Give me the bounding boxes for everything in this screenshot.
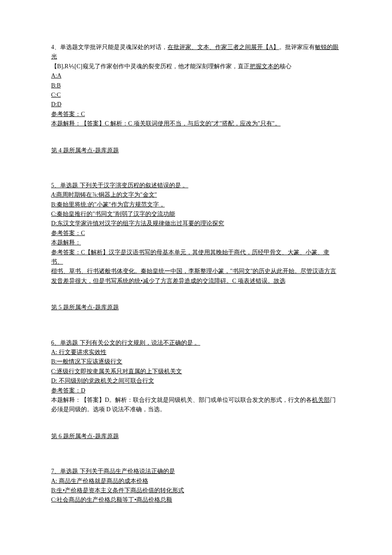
q6-option-d: D: 不同级别的党政机关之间可联合行文	[51, 376, 341, 386]
q5-topic: 第 5 题所属考点-题库原题	[51, 303, 341, 312]
q4-line1-plain-a: 4、单选题文学批评只能是灵魂深处的对话，	[51, 44, 167, 50]
q4-option-b: B:B	[51, 81, 341, 90]
q5-option-c: C:秦始皇推行的"书同文"削弱了汉字的交流功能	[51, 209, 341, 219]
q5-answer: 参考答案：C	[51, 229, 341, 238]
q4-text: 4、单选题文学批评只能是灵魂深处的对话，在批评家、文本、作家三者之间展开【A】。…	[51, 43, 341, 62]
q5-exp-1: 参考答案：C【解析】汉字是汉语书写的母基本单元，其使用其晚始于商代，历经甲骨文、…	[51, 248, 341, 267]
q6-text: 下列有关公文的行文规则，说法不正确的是	[80, 340, 193, 346]
q4-line2-plain-a: 【B],R⅕[C]窥见了作家创作中灵魂的裂变历程，他才能深刻理解作家，直正	[51, 63, 250, 70]
q6-suffix: 。	[193, 340, 201, 346]
q5-prefix: 5、单选题	[51, 182, 78, 189]
q5-text: 下列关于汉字演变历程的叙述错误的是	[80, 182, 181, 189]
q5-exp-label: 本题解释：	[51, 238, 341, 247]
q7-option-c: C:社会商品的生产价格总额等丁•商品价格总额	[51, 495, 341, 505]
q7-option-b: B:生•产价格是资本主义条件下商品价值的转化形式	[51, 486, 341, 495]
q4-option-a: A:A	[51, 71, 341, 81]
q4-line2-plain-b: 核心	[280, 63, 291, 70]
q5-exp-3: 发音差异很大，但是书写系统的统•减少了方言差异造成的交流障碍。C 项表述错误。故…	[51, 276, 341, 286]
q4-text-line2: 【B],R⅕[C]窥见了作家创作中灵魂的裂变历程，他才能深刻理解作家，直正把握文…	[51, 62, 341, 71]
q4-line2-under-a: 把握文本的	[250, 63, 280, 70]
q7-text: 下列关于商品生产价格说法正确的是	[80, 468, 175, 474]
q5-option-d: D:东汉文学家许慎对汉字的组字方法及规律做出过耳要的理论探究	[51, 219, 341, 228]
q5-option-a-line: A:商周时期铸在⅞:铜器上的文字为"金文"	[51, 190, 341, 200]
question-6: 6、单选题 下列有关公文的行文规则，说法不正确的是 。 A: 行文要讲求实效性 …	[51, 338, 341, 442]
q6-answer: 参考答案：D	[51, 386, 341, 395]
q6-prompt: 6、单选题 下列有关公文的行文规则，说法不正确的是 。	[51, 338, 341, 348]
q6-topic: 第 6 题所属考点-题库原题	[51, 432, 341, 441]
question-4: 4、单选题文学批评只能是灵魂深处的对话，在批评家、文本、作家三者之间展开【A】。…	[51, 43, 341, 155]
question-7: 7、单选题 下列关于商品生产价格说法正确的是 A: 商品生产价格就是商品的成本价…	[51, 467, 341, 505]
q7-option-a: A: 商品生产价格就是商品的成本价格	[51, 477, 341, 486]
q6-option-c: C:逐级行文即按隶属关系只对直属的上下级机关文	[51, 367, 341, 376]
q5-prompt: 5、单选题 下列关于汉字演变历程的叙述错误的是 。	[51, 181, 341, 190]
q6-option-b: B:一般情况下应该逐级行文	[51, 357, 341, 366]
q4-line1-plain-b: 。批评家应有	[279, 44, 315, 50]
q5-option-b: B:秦始里将统:的"小篆"作为官方规范文字，	[51, 200, 341, 209]
q4-line1-under-a: 在批评家、文本、作家三者之间展开【A】	[167, 44, 279, 50]
question-5: 5、单选题 下列关于汉字演变历程的叙述错误的是 。 A:商周时期铸在⅞:铜器上的…	[51, 181, 341, 313]
q7-prompt: 7、单选题 下列关于商品生产价格说法正确的是	[51, 467, 341, 476]
q7-prefix: 7、单选题	[51, 468, 78, 474]
q6-exp-plain-a: 本题解释：【答案】D。解析：联合行文就是同级机关、部门或单位可以联合发文的形式，…	[51, 397, 312, 403]
q5-suffix: 。	[181, 182, 189, 189]
q5-opt-a-prefix: A	[51, 192, 55, 198]
q4-answer: 参考答案：C	[51, 110, 341, 119]
q4-topic: 第 4 题所属考点-题库原题	[51, 146, 341, 155]
q6-exp-under-a: 机关部	[312, 397, 330, 403]
q5-exp-2: 楷书、草书、行书诸般书体变化。秦始皇统一中国，李斯整理小篆，"书同文"的历史从此…	[51, 267, 341, 276]
q6-option-a: A: 行文要讲求实效性	[51, 348, 341, 357]
q4-option-d: D:D	[51, 100, 341, 109]
q4-option-c: C:C	[51, 90, 341, 100]
q5-opt-a-text: :商周时期铸在⅞:铜器上的文字为"金文"	[55, 192, 157, 198]
q6-explanation: 本题解释：【答案】D。解析：联合行文就是同级机关、部门或单位可以联合发文的形式，…	[51, 395, 341, 415]
q6-prefix: 6、单选题	[51, 340, 78, 346]
q4-explanation: 本题解释：【答案】C 解析：C 项关联词使用不当，与后文的"才"搭配，应改为"只…	[51, 119, 341, 128]
